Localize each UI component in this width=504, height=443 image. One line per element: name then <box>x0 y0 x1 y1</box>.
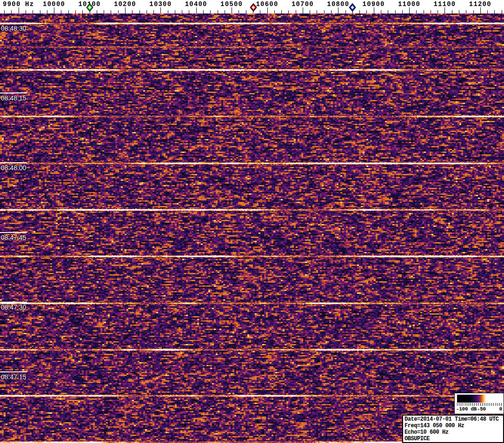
freq-minor-tick <box>97 10 97 13</box>
freq-minor-tick <box>438 10 438 13</box>
colorbar-ruler-ticks <box>457 403 502 406</box>
freq-minor-tick <box>203 10 204 13</box>
colorbar-label-max: 0 <box>499 406 502 412</box>
freq-major-tick <box>267 7 268 13</box>
freq-major-tick <box>374 7 374 13</box>
freq-minor-tick <box>246 10 246 13</box>
freq-major-tick <box>125 7 126 13</box>
freq-minor-tick <box>260 10 260 13</box>
freq-axis-label: 9900 Hz <box>3 0 34 8</box>
freq-minor-tick <box>317 10 317 13</box>
freq-axis-label: 11000 <box>398 0 420 8</box>
freq-minor-tick <box>189 10 189 13</box>
freq-minor-tick <box>132 10 133 13</box>
freq-minor-tick <box>487 10 488 13</box>
freq-minor-tick <box>345 10 346 13</box>
info-echo: Echo=10 600 Hz <box>405 429 502 436</box>
colorbar-label-mid: -50 <box>477 406 486 412</box>
freq-minor-tick <box>473 10 474 13</box>
freq-minor-tick <box>61 10 61 13</box>
marker-blue-diamond-icon <box>349 3 356 12</box>
freq-major-tick <box>480 7 481 13</box>
freq-axis-label: 10400 <box>185 0 207 8</box>
freq-minor-tick <box>153 10 154 13</box>
freq-minor-tick <box>466 10 466 13</box>
freq-axis-label: 11100 <box>433 0 456 8</box>
freq-minor-tick <box>310 10 310 13</box>
freq-major-tick <box>160 7 161 13</box>
freq-minor-tick <box>395 10 396 13</box>
freq-axis-label: 10600 <box>256 0 278 8</box>
freq-minor-tick <box>424 10 424 13</box>
freq-minor-tick <box>26 10 26 13</box>
freq-minor-tick <box>11 10 12 13</box>
freq-minor-tick <box>225 10 225 13</box>
freq-minor-tick <box>324 10 325 13</box>
freq-minor-tick <box>104 10 104 13</box>
freq-major-tick <box>338 7 338 13</box>
freq-minor-tick <box>381 10 381 13</box>
marker-red-diamond-icon <box>250 3 257 12</box>
freq-minor-tick <box>388 10 388 13</box>
freq-minor-tick <box>82 10 83 13</box>
marker-green[interactable] <box>86 3 93 12</box>
freq-minor-tick <box>366 10 367 13</box>
freq-minor-tick <box>33 10 33 13</box>
freq-minor-tick <box>210 10 211 13</box>
marker-blue[interactable] <box>349 3 356 12</box>
freq-minor-tick <box>359 10 360 13</box>
info-observatory: OBSUPICE <box>405 436 502 442</box>
freq-minor-tick <box>218 10 218 13</box>
freq-axis-label: 10500 <box>220 0 243 8</box>
freq-minor-tick <box>502 10 502 13</box>
marker-green-diamond-icon <box>86 3 93 12</box>
freq-minor-tick <box>452 10 452 13</box>
freq-minor-tick <box>281 10 282 13</box>
freq-minor-tick <box>40 10 40 13</box>
freq-minor-tick <box>182 10 182 13</box>
freq-axis-label: 10700 <box>292 0 314 8</box>
freq-minor-tick <box>111 10 111 13</box>
freq-minor-tick <box>296 10 296 13</box>
freq-minor-tick <box>139 10 140 13</box>
colorbar-legend: -100 dB -50 0 <box>454 393 504 414</box>
info-date-time: Date=2014-07-01 Time=06:48 UTC <box>405 416 502 423</box>
freq-major-tick <box>409 7 410 13</box>
freq-minor-tick <box>4 10 5 13</box>
freq-major-tick <box>19 7 19 13</box>
freq-axis-label: 11200 <box>469 0 491 8</box>
colorbar-gradient <box>457 395 501 403</box>
freq-axis-label: 10300 <box>149 0 172 8</box>
freq-minor-tick <box>146 10 147 13</box>
freq-major-tick <box>444 7 445 13</box>
marker-red[interactable] <box>250 3 257 12</box>
spectrogram-canvas <box>0 13 504 443</box>
spectrogram-screen: 9900 Hz100001010010200103001040010500106… <box>0 0 504 443</box>
freq-minor-tick <box>416 10 417 13</box>
frequency-axis: 9900 Hz100001010010200103001040010500106… <box>0 0 504 13</box>
freq-minor-tick <box>402 10 403 13</box>
freq-minor-tick <box>431 10 431 13</box>
freq-major-tick <box>196 7 197 13</box>
freq-axis-label: 10900 <box>363 0 385 8</box>
freq-minor-tick <box>175 10 175 13</box>
freq-minor-tick <box>331 10 332 13</box>
colorbar-label-min: -100 dB <box>456 406 477 412</box>
freq-minor-tick <box>118 10 119 13</box>
freq-minor-tick <box>494 10 495 13</box>
freq-minor-tick <box>274 10 275 13</box>
freq-minor-tick <box>68 10 69 13</box>
freq-axis-label: 10800 <box>327 0 349 8</box>
info-frequency: Freq=143 050 000 Hz <box>405 423 502 429</box>
freq-minor-tick <box>47 10 47 13</box>
freq-major-tick <box>303 7 303 13</box>
freq-minor-tick <box>75 10 76 13</box>
freq-minor-tick <box>239 10 239 13</box>
freq-axis-label: 10200 <box>114 0 136 8</box>
freq-major-tick <box>54 7 54 13</box>
freq-minor-tick <box>459 10 459 13</box>
freq-axis-label: 10000 <box>43 0 65 8</box>
freq-minor-tick <box>168 10 168 13</box>
info-annotation-box: Date=2014-07-01 Time=06:48 UTC Freq=143 … <box>402 415 504 443</box>
freq-minor-tick <box>288 10 289 13</box>
